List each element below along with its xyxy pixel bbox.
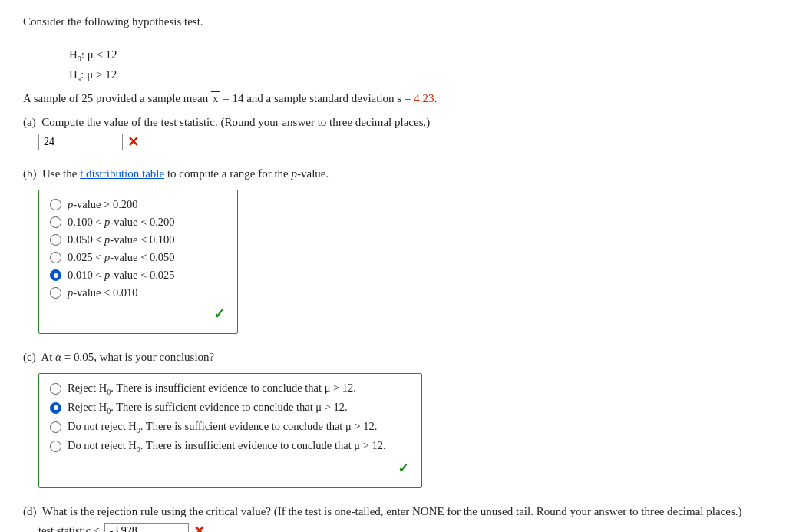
h0-line: H0: μ ≤ 12 xyxy=(69,45,763,65)
t-distribution-link[interactable]: t distribution table xyxy=(80,167,164,180)
part-c-option-2[interactable]: Reject H0. There is sufficient evidence … xyxy=(50,401,409,415)
part-b-radio-1[interactable] xyxy=(50,199,61,210)
p-italic: p xyxy=(292,167,298,180)
part-b-option-4-label: 0.025 < p-value < 0.050 xyxy=(68,251,175,264)
part-b-option-3[interactable]: 0.050 < p-value < 0.100 xyxy=(50,233,225,246)
part-b-section: (b) Use the t distribution table to comp… xyxy=(23,167,763,334)
part-c-section: (c) At α = 0.05, what is your conclusion… xyxy=(23,351,763,488)
test-stat-leq-label: test statistic ≤ xyxy=(38,524,100,532)
part-a-section: (a) Compute the value of the test statis… xyxy=(23,116,763,150)
part-d-label: (d) What is the rejection rule using the… xyxy=(23,505,763,518)
part-a-error-icon: ✕ xyxy=(127,134,139,150)
part-c-option-1-label: Reject H0. There is insufficient evidenc… xyxy=(68,382,356,396)
part-b-option-2-label: 0.100 < p-value < 0.200 xyxy=(68,216,175,229)
part-b-radio-5[interactable] xyxy=(50,269,61,281)
part-b-option-1-label: p-value > 0.200 xyxy=(68,198,138,211)
part-c-option-3-label: Do not reject H0. There is sufficient ev… xyxy=(68,420,377,435)
part-b-option-6-label: p-value < 0.010 xyxy=(68,286,138,299)
part-c-label: (c) At α = 0.05, what is your conclusion… xyxy=(23,351,763,364)
part-c-option-3[interactable]: Do not reject H0. There is sufficient ev… xyxy=(50,420,409,435)
test-stat-leq-row: test statistic ≤ ✕ xyxy=(38,523,763,532)
part-b-label: (b) Use the t distribution table to comp… xyxy=(23,167,763,180)
part-d-rows: test statistic ≤ ✕ test statistic ≥ xyxy=(38,523,763,532)
part-a-tag: (a) xyxy=(23,116,36,128)
part-b-radio-3[interactable] xyxy=(50,234,61,246)
intro-text: Consider the following hypothesis test. xyxy=(23,15,763,28)
part-b-option-2[interactable]: 0.100 < p-value < 0.200 xyxy=(50,216,225,229)
part-a-input[interactable] xyxy=(38,134,123,150)
part-c-option-4[interactable]: Do not reject H0. There is insufficient … xyxy=(50,439,409,454)
part-b-check-row: ✓ xyxy=(50,306,225,322)
part-b-option-5[interactable]: 0.010 < p-value < 0.025 xyxy=(50,269,225,282)
ha-line: Ha: μ > 12 xyxy=(69,65,763,85)
sample-info: A sample of 25 provided a sample mean x … xyxy=(23,91,763,105)
part-b-radio-2[interactable] xyxy=(50,216,61,228)
part-a-label: (a) Compute the value of the test statis… xyxy=(23,116,763,129)
part-c-radio-3[interactable] xyxy=(50,421,61,433)
part-b-radio-4[interactable] xyxy=(50,252,61,263)
xbar-symbol: x xyxy=(211,91,220,105)
part-c-options-box: Reject H0. There is insufficient evidenc… xyxy=(38,373,422,488)
part-b-option-3-label: 0.050 < p-value < 0.100 xyxy=(68,233,175,246)
s-value: 4.23 xyxy=(414,92,434,104)
part-b-option-5-label: 0.010 < p-value < 0.025 xyxy=(68,269,175,282)
alpha-symbol: α xyxy=(55,351,61,363)
part-c-radio-4[interactable] xyxy=(50,441,61,452)
part-c-option-2-label: Reject H0. There is sufficient evidence … xyxy=(68,401,348,415)
part-c-option-4-label: Do not reject H0. There is insufficient … xyxy=(68,439,386,454)
hypotheses-block: H0: μ ≤ 12 Ha: μ > 12 xyxy=(69,45,763,85)
test-stat-leq-error-icon: ✕ xyxy=(193,523,205,532)
part-b-radio-6[interactable] xyxy=(50,287,61,299)
part-b-tag: (b) xyxy=(23,167,37,180)
part-b-option-1[interactable]: p-value > 0.200 xyxy=(50,198,225,211)
part-b-options-box: p-value > 0.200 0.100 < p-value < 0.200 … xyxy=(38,190,238,334)
part-c-option-1[interactable]: Reject H0. There is insufficient evidenc… xyxy=(50,382,409,396)
part-b-check-icon: ✓ xyxy=(213,306,225,322)
part-c-radio-2[interactable] xyxy=(50,402,61,414)
part-c-check-row: ✓ xyxy=(50,460,409,477)
part-c-check-icon: ✓ xyxy=(398,460,409,477)
part-c-radio-1[interactable] xyxy=(50,383,61,395)
part-d-tag: (d) xyxy=(23,505,37,517)
test-stat-leq-input[interactable] xyxy=(104,523,189,532)
part-b-option-6[interactable]: p-value < 0.010 xyxy=(50,286,225,299)
part-c-tag: (c) xyxy=(23,351,36,363)
part-d-section: (d) What is the rejection rule using the… xyxy=(23,505,763,532)
part-a-input-row: ✕ xyxy=(38,134,763,150)
part-b-option-4[interactable]: 0.025 < p-value < 0.050 xyxy=(50,251,225,264)
